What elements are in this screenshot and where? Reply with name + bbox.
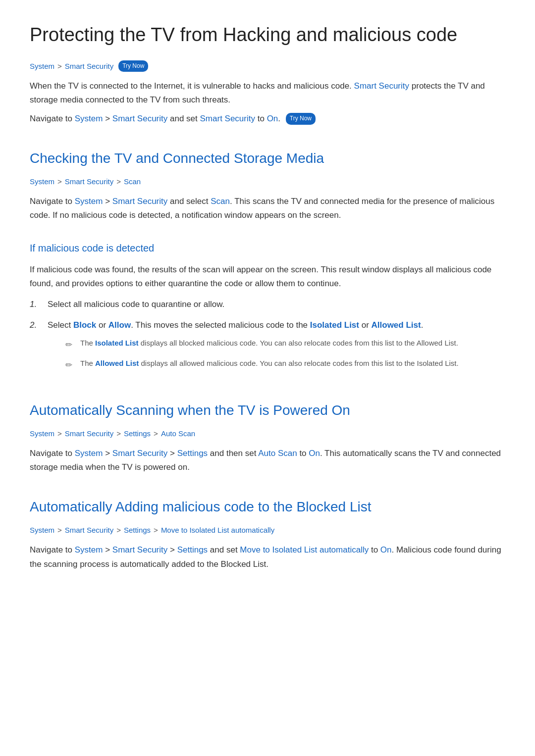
malicious-heading: If malicious code is detected: [30, 240, 505, 256]
note-text-1: The Isolated List displays all blocked m…: [80, 337, 505, 349]
malicious-para: If malicious code was found, the results…: [30, 263, 505, 291]
blocked-list-para: Navigate to System > Smart Security > Se…: [30, 543, 505, 571]
intro-para-1: When the TV is connected to the Internet…: [30, 79, 505, 107]
sep-inline-1: >: [105, 114, 112, 123]
system-link-3[interactable]: System: [75, 449, 103, 458]
block-link[interactable]: Block: [73, 320, 96, 330]
breadcrumb-system-2[interactable]: System: [30, 176, 54, 188]
smart-security-link-3[interactable]: Smart Security: [200, 114, 255, 123]
system-link-2[interactable]: System: [75, 197, 103, 206]
smart-security-link-4[interactable]: Smart Security: [112, 197, 167, 206]
breadcrumb-move-to-isolated[interactable]: Move to Isolated List automatically: [161, 524, 274, 536]
allowed-list-link-1[interactable]: Allowed List: [372, 320, 421, 330]
auto-scan-heading: Automatically Scanning when the TV is Po…: [30, 402, 505, 419]
step-1: 1. Select all malicious code to quaranti…: [30, 298, 505, 311]
try-now-badge[interactable]: Try Now: [118, 60, 148, 72]
note-text-2: The Allowed List displays all allowed ma…: [80, 357, 505, 369]
allow-link[interactable]: Allow: [108, 320, 131, 330]
intro-breadcrumb: System > Smart Security Try Now: [30, 60, 505, 72]
breadcrumb-settings-1[interactable]: Settings: [124, 428, 151, 440]
breadcrumb-sep-1: >: [57, 60, 62, 72]
breadcrumb-system[interactable]: System: [30, 60, 54, 72]
system-link-1[interactable]: System: [75, 114, 103, 123]
auto-scan-para: Navigate to System > Smart Security > Se…: [30, 447, 505, 474]
step-2: 2. Select Block or Allow. This moves the…: [30, 318, 505, 378]
try-now-badge-2[interactable]: Try Now: [286, 113, 316, 125]
breadcrumb-system-3[interactable]: System: [30, 428, 54, 440]
breadcrumb-smart-security-2[interactable]: Smart Security: [65, 176, 113, 188]
step-content-1: Select all malicious code to quarantine …: [48, 298, 505, 311]
note-1: ✏ The Isolated List displays all blocked…: [65, 337, 505, 352]
breadcrumb-smart-security-4[interactable]: Smart Security: [65, 524, 113, 536]
auto-scan-section: Automatically Scanning when the TV is Po…: [30, 402, 505, 474]
smart-security-link-6[interactable]: Smart Security: [112, 545, 167, 554]
scan-link-1[interactable]: Scan: [211, 197, 230, 206]
note-2: ✏ The Allowed List displays all allowed …: [65, 357, 505, 372]
step-content-2: Select Block or Allow. This moves the se…: [48, 318, 505, 378]
move-to-isolated-link[interactable]: Move to Isolated List automatically: [240, 545, 369, 554]
auto-scan-breadcrumb: System > Smart Security > Settings > Aut…: [30, 428, 505, 440]
on-link-2[interactable]: On: [309, 449, 320, 458]
on-link-1[interactable]: On: [267, 114, 278, 123]
allowed-list-link-2[interactable]: Allowed List: [95, 359, 139, 367]
note-icon-2: ✏: [65, 358, 76, 372]
isolated-list-link-1[interactable]: Isolated List: [310, 320, 359, 330]
breadcrumb-settings-2[interactable]: Settings: [124, 524, 151, 536]
settings-link-2[interactable]: Settings: [177, 545, 208, 554]
checking-heading: Checking the TV and Connected Storage Me…: [30, 150, 505, 167]
breadcrumb-system-4[interactable]: System: [30, 524, 54, 536]
breadcrumb-smart-security[interactable]: Smart Security: [65, 60, 113, 72]
step-number-1: 1.: [30, 298, 48, 311]
breadcrumb-sep-3: >: [116, 176, 121, 188]
breadcrumb-auto-scan[interactable]: Auto Scan: [161, 428, 195, 440]
auto-scan-link[interactable]: Auto Scan: [258, 449, 297, 458]
malicious-steps: 1. Select all malicious code to quaranti…: [30, 298, 505, 378]
notes-list: ✏ The Isolated List displays all blocked…: [65, 337, 505, 372]
blocked-list-breadcrumb: System > Smart Security > Settings > Mov…: [30, 524, 505, 536]
step-number-2: 2.: [30, 318, 48, 332]
note-icon-1: ✏: [65, 338, 76, 352]
breadcrumb-sep-2: >: [57, 176, 62, 188]
checking-section: Checking the TV and Connected Storage Me…: [30, 150, 505, 222]
page-title: Protecting the TV from Hacking and malic…: [30, 24, 505, 47]
system-link-4[interactable]: System: [75, 545, 103, 554]
blocked-list-section: Automatically Adding malicious code to t…: [30, 498, 505, 571]
settings-link-1[interactable]: Settings: [177, 449, 208, 458]
blocked-list-heading: Automatically Adding malicious code to t…: [30, 498, 505, 515]
isolated-list-link-2[interactable]: Isolated List: [95, 339, 139, 347]
smart-security-link-5[interactable]: Smart Security: [112, 449, 167, 458]
on-link-3[interactable]: On: [380, 545, 392, 554]
smart-security-link-1[interactable]: Smart Security: [354, 81, 409, 91]
breadcrumb-smart-security-3[interactable]: Smart Security: [65, 428, 113, 440]
intro-section: System > Smart Security Try Now When the…: [30, 60, 505, 126]
breadcrumb-scan[interactable]: Scan: [124, 176, 141, 188]
checking-para: Navigate to System > Smart Security and …: [30, 195, 505, 222]
malicious-section: If malicious code is detected If malicio…: [30, 240, 505, 378]
intro-para-2: Navigate to System > Smart Security and …: [30, 112, 505, 126]
smart-security-link-2[interactable]: Smart Security: [112, 114, 167, 123]
checking-breadcrumb: System > Smart Security > Scan: [30, 176, 505, 188]
